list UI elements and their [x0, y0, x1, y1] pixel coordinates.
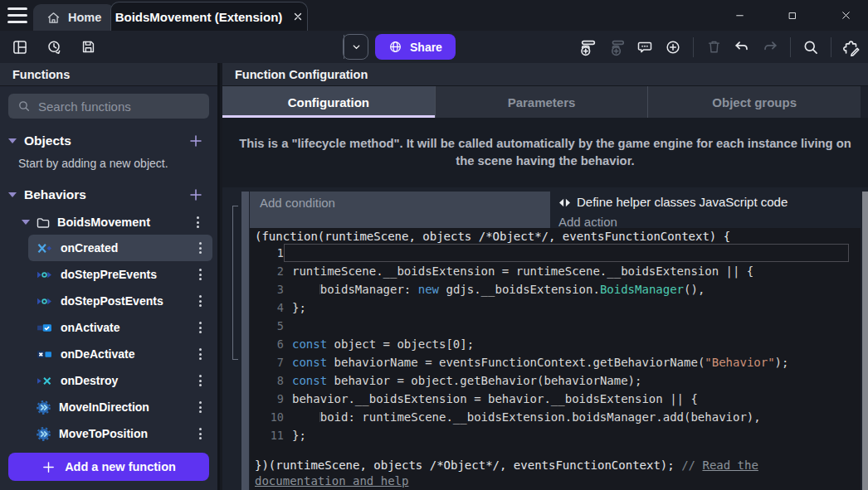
function-item-label: onCreated [61, 241, 188, 255]
tab-boidsmovement-extension[interactable]: BoidsMovement (Extension) [110, 2, 308, 31]
function-item-onDeActivate[interactable]: onDeActivate [28, 341, 212, 367]
minimize-button[interactable] [728, 4, 751, 27]
code-footer: })(runtimeScene, objects /*Object*/, eve… [250, 458, 861, 488]
chevron-down-icon[interactable] [8, 138, 17, 143]
event-drag-handle[interactable] [241, 192, 249, 490]
function-item-onDestroy[interactable]: onDestroy [28, 367, 212, 394]
function-list: onCreateddoStepPreEventsdoStepPostEvents… [0, 235, 217, 447]
add-condition-button[interactable]: Add condition [250, 192, 550, 228]
code-token: new [418, 283, 439, 296]
project-manager-button[interactable] [8, 36, 32, 59]
function-item-onActivate[interactable]: onActivate [28, 314, 212, 341]
code-token: gdjs.__boidsExtension. [439, 283, 600, 296]
function-item-doStepPostEvents[interactable]: doStepPostEvents [28, 288, 212, 314]
function-item-label: onActivate [61, 321, 188, 334]
kebab-menu-icon[interactable] [196, 318, 205, 337]
tab-parameters[interactable]: Parameters [436, 86, 649, 118]
kebab-menu-icon[interactable] [196, 371, 205, 390]
titlebar: Home BoidsMovement (Extension) [0, 0, 868, 31]
code-token: behavior = object.getBehavior(behaviorNa… [327, 374, 641, 387]
functions-sidebar: Functions Objects Start by adding a new … [0, 63, 220, 490]
events-scrollbar[interactable] [862, 192, 868, 490]
code-line-content: boid: runtimeScene.__boidsExtension.boid… [284, 408, 861, 426]
tab-configuration[interactable]: Configuration [222, 86, 436, 118]
toolbar-divider [790, 37, 791, 57]
tab-object-groups[interactable]: Object groups [648, 86, 861, 118]
function-item-onCreated[interactable]: onCreated [28, 235, 212, 261]
save-button[interactable] [76, 36, 100, 59]
app-window: Home BoidsMovement (Extension) Preview [0, 0, 868, 490]
js-code-editor[interactable]: (function(runtimeScene, objects /*Object… [250, 228, 861, 490]
configuration-tabs: ConfigurationParametersObject groups [222, 86, 868, 118]
kebab-menu-icon[interactable] [196, 239, 205, 257]
line-number: 4 [250, 298, 284, 317]
menu-icon[interactable] [7, 7, 27, 23]
function-item-doStepPreEvents[interactable]: doStepPreEvents [28, 261, 212, 288]
function-item-label: MoveInDirection [59, 400, 188, 414]
code-token: behavior.__boidsExtension = behavior.__b… [292, 392, 698, 405]
history-button[interactable] [42, 36, 66, 59]
kebab-menu-icon[interactable] [196, 292, 205, 310]
behavior-group-boidsmovement[interactable]: BoidsMovement [0, 210, 217, 235]
close-tab-icon[interactable] [293, 12, 303, 22]
lifecycle-created-icon [37, 242, 52, 255]
search-box [8, 94, 209, 119]
chevron-down-icon[interactable] [22, 220, 30, 225]
documentation-link[interactable]: Read the [702, 458, 758, 472]
kebab-menu-icon[interactable] [193, 213, 202, 231]
code-line-content [284, 317, 861, 335]
code-line-content: behavior.__boidsExtension = behavior.__b… [284, 390, 861, 408]
tab-home-label: Home [68, 11, 101, 24]
maximize-button[interactable] [781, 4, 804, 27]
close-window-button[interactable] [834, 4, 857, 27]
function-item-MoveToPosition[interactable]: MoveToPosition [28, 420, 212, 447]
chevron-down-icon[interactable] [8, 192, 17, 197]
function-item-MoveInDirection[interactable]: MoveInDirection [28, 394, 212, 420]
line-number: 5 [250, 317, 284, 335]
tab-active-label: BoidsMovement (Extension) [115, 10, 283, 24]
line-number: 3 [250, 280, 284, 298]
code-token: // [681, 458, 702, 472]
objects-section-header: Objects [0, 131, 217, 151]
code-token: }; [292, 429, 306, 442]
kebab-menu-icon[interactable] [196, 425, 205, 443]
share-button-label: Share [410, 41, 442, 54]
maximize-icon [788, 11, 797, 21]
js-code-event: Add condition Define helper classes Java… [250, 192, 861, 490]
preview-split-button: Preview [343, 34, 368, 60]
share-button[interactable]: Share [375, 34, 456, 60]
documentation-link[interactable]: documentation and help [255, 474, 408, 488]
search-functions-input[interactable] [38, 99, 203, 114]
code-line-1: 1 [250, 244, 861, 262]
event-title[interactable]: Define helper classes JavaScript code [558, 194, 861, 211]
add-subevent-icon [607, 38, 627, 56]
toolbar-right [577, 31, 863, 63]
kebab-menu-icon[interactable] [196, 265, 205, 284]
add-comment-button[interactable] [633, 36, 656, 59]
undo-button[interactable] [730, 36, 753, 59]
home-icon [46, 11, 61, 25]
code-footer-line: documentation and help [255, 473, 861, 489]
line-number: 11 [250, 426, 284, 444]
edit-extension-button[interactable] [840, 36, 863, 59]
add-behavior-button[interactable] [187, 186, 205, 204]
search-events-button[interactable] [799, 36, 822, 59]
tab-home[interactable]: Home [33, 4, 115, 31]
function-item-label: onDestroy [61, 374, 188, 387]
redo-icon [762, 39, 778, 56]
code-line-5: 5 [250, 317, 861, 335]
lifecycle-step-icon [37, 295, 52, 308]
main-header: Function Configuration [222, 63, 868, 86]
function-item-label: onDeActivate [61, 347, 188, 361]
add-event-button[interactable] [577, 36, 600, 59]
add-object-button[interactable] [187, 132, 205, 150]
preview-options-button[interactable] [344, 35, 368, 59]
lifecycle-deactivate-icon [37, 348, 52, 361]
kebab-menu-icon[interactable] [196, 345, 205, 363]
kebab-menu-icon[interactable] [196, 398, 205, 416]
toolbar-left [8, 31, 100, 63]
toolbar-divider [831, 37, 831, 57]
add-other-event-button[interactable] [661, 36, 685, 59]
add-action-label: Add action [558, 215, 617, 229]
add-new-function-button[interactable]: Add a new function [8, 453, 209, 481]
